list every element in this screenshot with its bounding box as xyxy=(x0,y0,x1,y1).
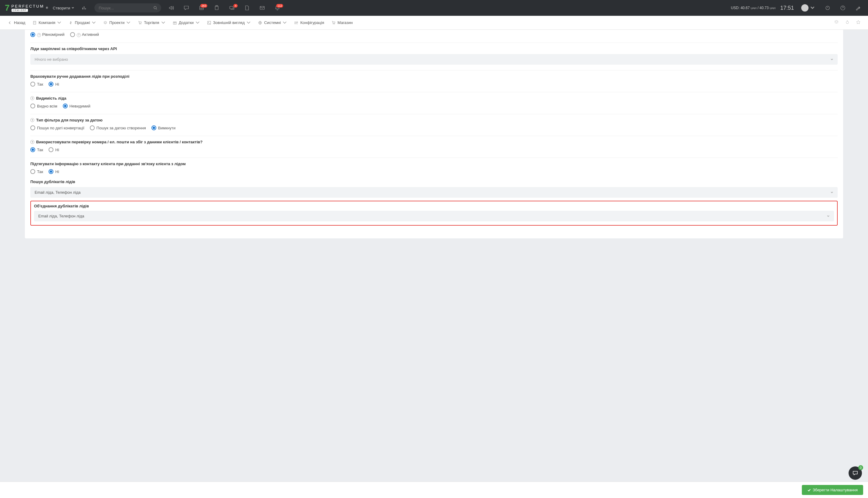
avatar xyxy=(801,4,809,12)
logo-sub: CRM+ERP xyxy=(12,9,28,12)
help-icon[interactable]: ? xyxy=(37,33,41,37)
radio-yes[interactable]: Так xyxy=(30,82,43,87)
field-label: Об'єднання дублікатів лідів xyxy=(34,204,834,208)
form-section-visibility: ? Видимість ліда Видно всім Невидимий xyxy=(30,92,838,114)
field-label: Враховувати ручне додавання лідів при ро… xyxy=(30,74,838,79)
clipboard-icon-button[interactable] xyxy=(212,5,222,11)
stats-icon-button[interactable] xyxy=(79,5,90,11)
radio-icon xyxy=(151,126,156,130)
create-label: Створити xyxy=(53,6,70,10)
chevron-down-icon xyxy=(283,21,287,25)
chat-bubble-icon xyxy=(184,5,189,11)
radio-icon xyxy=(30,126,35,130)
nav-company[interactable]: Компанія xyxy=(29,20,64,25)
inbox-badge: 263 xyxy=(200,4,207,8)
radio-creation-date[interactable]: Пошук за датою створення xyxy=(90,126,146,130)
svg-point-17 xyxy=(297,23,298,23)
help-icon[interactable]: ? xyxy=(77,33,81,37)
radio-no[interactable]: Ні xyxy=(49,147,59,152)
mail-icon-button[interactable] xyxy=(257,5,267,11)
select-duplicate-merge[interactable]: Email ліда, Телефон ліда xyxy=(34,211,834,221)
help-icon[interactable]: ? xyxy=(30,118,34,122)
radio-icon xyxy=(49,147,53,152)
svg-point-16 xyxy=(296,23,296,23)
question-circle-icon xyxy=(840,5,845,11)
user-menu[interactable] xyxy=(799,4,818,12)
document-icon xyxy=(244,5,250,11)
svg-point-9 xyxy=(139,24,140,24)
radio-disabled[interactable]: Вимкнути xyxy=(151,126,175,130)
clipboard-icon xyxy=(214,5,219,11)
svg-point-13 xyxy=(208,22,209,23)
field-label: ? Використовувати перевірку номера / ел.… xyxy=(30,140,838,144)
bell-icon-button[interactable]: 112 xyxy=(272,5,283,11)
time-display: 17:51 xyxy=(780,5,794,11)
radio-icon xyxy=(30,32,35,37)
box-icon xyxy=(173,21,177,25)
radio-yes[interactable]: Так xyxy=(30,147,43,152)
svg-rect-8 xyxy=(34,21,36,24)
chevron-down-icon xyxy=(57,21,61,25)
sound-icon xyxy=(169,5,174,11)
form-section-check-match: ? Використовувати перевірку номера / ел.… xyxy=(30,136,838,158)
star-icon xyxy=(856,20,861,25)
svg-point-18 xyxy=(333,24,334,24)
chat-icon-button[interactable] xyxy=(181,5,191,11)
select-duplicate-search[interactable]: Email ліда, Телефон ліда xyxy=(30,187,838,198)
nav-sales[interactable]: Продажі xyxy=(66,20,99,25)
field-label: ? Тип фільтра для пошуку за датою xyxy=(30,118,838,122)
nav-star-button[interactable] xyxy=(853,20,863,26)
sound-icon-button[interactable] xyxy=(166,5,176,11)
wrench-icon-button[interactable] xyxy=(853,5,863,11)
nav-appearance[interactable]: Зовнішній вигляд xyxy=(204,20,254,25)
form-section-pull-info: Підтягувати інформацію з контакту клієнт… xyxy=(30,158,838,231)
chevron-down-icon xyxy=(827,215,830,218)
radio-icon xyxy=(70,32,75,37)
search-input[interactable] xyxy=(99,6,157,10)
layers-icon xyxy=(103,21,107,25)
nav-system[interactable]: Системні xyxy=(255,20,290,25)
nav-projects[interactable]: Проекти xyxy=(100,20,134,25)
radio-uniform[interactable]: ?Рівномірний xyxy=(30,32,65,37)
back-button[interactable]: Назад xyxy=(5,20,28,25)
secondary-nav: Назад Компанія Продажі Проекти Торгівля … xyxy=(0,16,868,30)
logo-text: PERFECTUM xyxy=(12,4,44,8)
dollar-icon xyxy=(69,21,73,25)
nav-flame-button[interactable] xyxy=(842,20,852,26)
radio-conversion-date[interactable]: Пошук по даті конвертації xyxy=(30,126,84,130)
nav-addons[interactable]: Додатки xyxy=(170,20,203,25)
radio-yes[interactable]: Так xyxy=(30,169,43,174)
field-label: ? Видимість ліда xyxy=(30,96,838,101)
power-icon-button[interactable] xyxy=(823,5,833,11)
nav-layers-button[interactable] xyxy=(831,20,841,26)
inbox-icon-button[interactable]: 263 xyxy=(196,5,207,11)
radio-invisible[interactable]: Невидимий xyxy=(63,104,91,108)
svg-rect-4 xyxy=(230,6,233,9)
radio-active[interactable]: ?Активний xyxy=(70,32,99,37)
field-label: Пошук дублікатів лідів xyxy=(30,180,838,184)
logo[interactable]: 7 PERFECTUM CRM+ERP ® xyxy=(5,3,48,13)
select-api-leads[interactable]: Нічого не вибрано xyxy=(30,54,838,65)
create-dropdown[interactable]: Створити xyxy=(53,6,75,10)
radio-no[interactable]: Ні xyxy=(49,82,59,87)
sliders-icon xyxy=(294,21,298,25)
radio-visible-all[interactable]: Видно всім xyxy=(30,104,57,108)
help-icon-button[interactable] xyxy=(838,5,848,11)
nav-config[interactable]: Конфігурація xyxy=(291,20,327,25)
svg-point-0 xyxy=(154,6,156,9)
help-icon[interactable]: ? xyxy=(30,140,34,144)
radio-no[interactable]: Ні xyxy=(49,169,59,174)
help-icon[interactable]: ? xyxy=(30,96,34,100)
radio-icon xyxy=(30,104,35,108)
nav-trade[interactable]: Торгівля xyxy=(135,20,168,25)
highlighted-merge-section: Об'єднання дублікатів лідів Email ліда, … xyxy=(30,201,838,226)
top-header: 7 PERFECTUM CRM+ERP ® Створити 263 4 xyxy=(0,0,868,16)
field-label: Підтягувати інформацію з контакту клієнт… xyxy=(30,161,838,166)
svg-rect-5 xyxy=(260,6,264,10)
document-icon-button[interactable] xyxy=(242,5,252,11)
chevron-down-icon xyxy=(161,21,165,25)
search-box[interactable] xyxy=(94,3,161,12)
nav-shop[interactable]: Магазин xyxy=(329,20,356,25)
radio-icon xyxy=(30,82,35,87)
messages-icon-button[interactable]: 4 xyxy=(227,5,237,11)
